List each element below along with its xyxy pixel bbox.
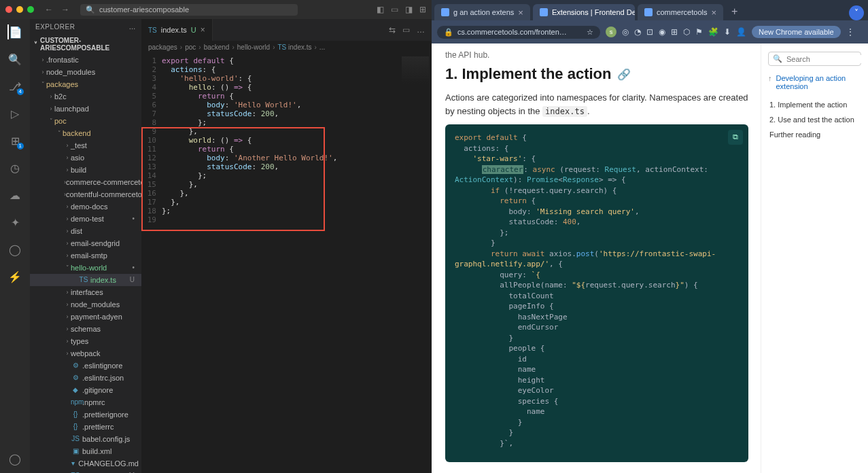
folder-demo-docs[interactable]: ›demo-docs xyxy=(30,200,141,213)
code-line[interactable]: 'star-wars': { xyxy=(455,154,739,164)
folder-.frontastic[interactable]: ›.frontastic xyxy=(30,54,141,66)
ext-icon[interactable]: ◉ xyxy=(659,27,665,37)
folder-webpack[interactable]: ›webpack xyxy=(30,347,141,360)
file-tree[interactable]: ›.frontastic›node_modules˅packages›b2c›l… xyxy=(30,54,141,473)
code-editor[interactable]: 12345678910111213141516171819 export def… xyxy=(141,54,432,473)
minimap[interactable] xyxy=(402,56,429,84)
close-icon[interactable]: × xyxy=(201,25,205,35)
file-CHANGELOG.md[interactable]: ▾CHANGELOG.md xyxy=(30,457,141,470)
ext-icon[interactable]: s xyxy=(606,27,617,37)
maximize-window-icon[interactable] xyxy=(27,6,34,13)
folder-schemas[interactable]: ›schemas xyxy=(30,323,141,335)
folder-contentful-commercetools[interactable]: ›contentful-commercetools xyxy=(30,188,141,200)
code-line[interactable]: endCursor xyxy=(455,322,739,333)
chrome-tab[interactable]: Extensions | Frontend Devel× xyxy=(533,4,635,20)
code-line[interactable]: query: `{ xyxy=(455,270,739,281)
link-icon[interactable]: 🔗 xyxy=(617,68,631,81)
docs-uplink[interactable]: ↑ Developing an action extension xyxy=(768,74,861,90)
download-icon[interactable]: ⬇ xyxy=(724,27,731,37)
toc-item[interactable]: 2. Use and test the action xyxy=(768,112,861,127)
code-line[interactable]: } xyxy=(455,417,739,428)
code-content[interactable]: export default { actions: { 'hello-world… xyxy=(162,54,432,473)
breadcrumb-item[interactable]: packages xyxy=(148,43,177,51)
code-line[interactable]: character: async (request: Request, acti… xyxy=(455,164,739,175)
close-icon[interactable]: × xyxy=(711,7,716,18)
code-line[interactable]: }; xyxy=(162,118,432,127)
code-line[interactable]: actions: { xyxy=(455,143,739,154)
file-.npmrc[interactable]: npm.npmrc xyxy=(30,396,141,408)
explorer-icon[interactable]: 📄 xyxy=(7,24,22,39)
code-line[interactable]: if (!request.query.search) { xyxy=(455,186,739,196)
source-control-icon[interactable]: ⎇4 xyxy=(7,79,22,94)
folder-node_modules[interactable]: ›node_modules xyxy=(30,66,141,78)
code-line[interactable]: }; xyxy=(455,228,739,239)
command-center[interactable]: 🔍 customer-ariescomposable xyxy=(80,4,298,16)
breadcrumbs[interactable]: packages›poc›backend›hello-world›TS inde… xyxy=(141,41,432,54)
docs-main[interactable]: the API hub. 1. Implement the action 🔗 A… xyxy=(432,43,761,473)
editor-tab[interactable]: TS index.ts U × xyxy=(141,19,213,41)
toc-item[interactable]: Further reading xyxy=(768,127,861,142)
remote-icon[interactable]: ☁ xyxy=(7,188,22,203)
code-line[interactable]: eyeColor xyxy=(455,385,739,396)
code-line[interactable]: id xyxy=(455,354,739,365)
code-line[interactable]: body: 'Hello World!', xyxy=(162,101,432,109)
code-line[interactable]: body: 'Missing search query', xyxy=(455,207,739,217)
tab-overflow-icon[interactable]: ˅ xyxy=(849,5,864,20)
search-icon[interactable]: 🔍 xyxy=(7,52,22,67)
nav-back-icon[interactable]: ← xyxy=(45,5,53,14)
nav-forward-icon[interactable]: → xyxy=(61,5,69,14)
file-.prettierrc[interactable]: {}.prettierrc xyxy=(30,421,141,433)
folder-packages[interactable]: ˅packages xyxy=(30,78,141,90)
panel-right-icon[interactable]: ◨ xyxy=(405,5,413,14)
codeblock-content[interactable]: export default { actions: { 'star-wars':… xyxy=(455,133,739,449)
breadcrumb-item[interactable]: backend xyxy=(204,43,230,51)
chrome-tab[interactable]: g an action extens× xyxy=(434,4,530,20)
chrome-tab[interactable]: commercetools× xyxy=(638,4,723,20)
ext-icon[interactable]: ◎ xyxy=(622,27,629,37)
code-line[interactable]: return { xyxy=(162,92,432,101)
more-icon[interactable]: … xyxy=(129,23,137,31)
folder-dist[interactable]: ›dist xyxy=(30,225,141,237)
ext-icon[interactable]: ◔ xyxy=(634,27,641,37)
file-index.ts[interactable]: TSindex.tsU xyxy=(30,274,141,286)
code-line[interactable]: return await axios.post('https://frontas… xyxy=(455,249,739,260)
code-line[interactable]: name xyxy=(455,364,739,375)
layout-icon[interactable]: ⊞ xyxy=(419,5,426,14)
folder-types[interactable]: ›types xyxy=(30,335,141,347)
code-line[interactable]: people { xyxy=(455,343,739,354)
file-.eslintrc.json[interactable]: ⚙.eslintrc.json xyxy=(30,372,141,384)
panel-bottom-icon[interactable]: ▭ xyxy=(391,5,398,14)
folder-interfaces[interactable]: ›interfaces xyxy=(30,286,141,298)
panel-left-icon[interactable]: ◧ xyxy=(377,5,384,14)
omnibox[interactable]: 🔒 cs.commercetools.com/fronten… ☆ xyxy=(437,26,600,39)
folder-email-sendgrid[interactable]: ›email-sendgrid xyxy=(30,237,141,249)
close-icon[interactable]: × xyxy=(518,7,523,18)
code-line[interactable]: } xyxy=(455,238,739,249)
ext-icon[interactable]: ⊞ xyxy=(671,27,678,37)
code-line[interactable]: export default { xyxy=(455,133,739,143)
code-line[interactable]: name xyxy=(455,406,739,417)
new-chrome-button[interactable]: New Chrome available xyxy=(752,26,841,38)
code-line[interactable]: statusCode: 400, xyxy=(455,217,739,228)
folder-hello-world[interactable]: ˅hello-world• xyxy=(30,262,141,274)
folder-asio[interactable]: ›asio xyxy=(30,152,141,164)
search-input[interactable] xyxy=(786,55,868,63)
new-tab-button[interactable]: + xyxy=(726,3,743,20)
github-icon[interactable]: ◯ xyxy=(7,242,22,257)
code-line[interactable]: return { xyxy=(455,196,739,207)
code-line[interactable]: 'hello-world': { xyxy=(162,74,432,83)
code-line[interactable]: } xyxy=(455,427,739,438)
folder-backend[interactable]: ˅backend xyxy=(30,127,141,139)
folder-launchpad[interactable]: ›launchpad xyxy=(30,103,141,115)
timeline-icon[interactable]: ◷ xyxy=(7,160,22,175)
file-build.xml[interactable]: ▣build.xml xyxy=(30,445,141,457)
thunder-icon[interactable]: ⚡ xyxy=(7,269,22,284)
file-.gitignore[interactable]: ◆.gitignore xyxy=(30,384,141,396)
extensions-menu-icon[interactable]: 🧩 xyxy=(708,27,718,37)
code-line[interactable]: }`, xyxy=(455,438,739,449)
code-line[interactable]: hasNextPage xyxy=(455,312,739,323)
extensions-icon[interactable]: ⊞1 xyxy=(7,133,22,148)
split-icon[interactable]: ▭ xyxy=(402,25,410,35)
profile-icon[interactable]: 👤 xyxy=(736,27,746,37)
more-icon[interactable]: … xyxy=(417,25,425,35)
